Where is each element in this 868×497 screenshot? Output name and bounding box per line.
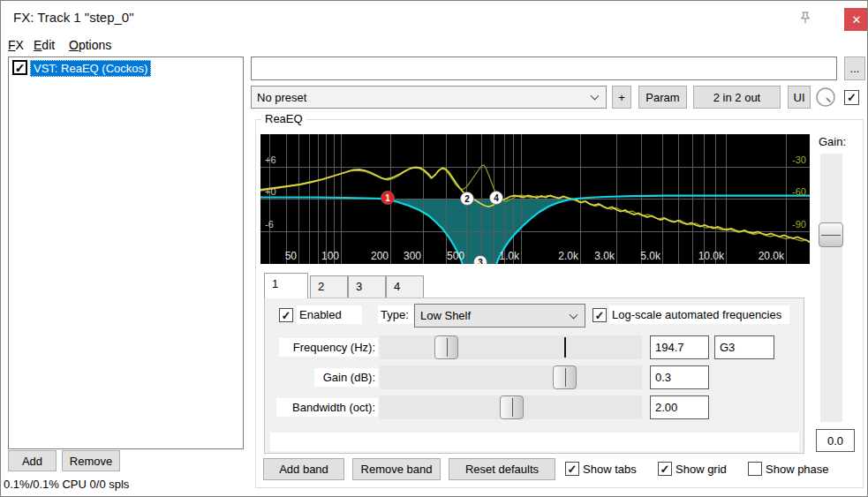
svg-text:3: 3 xyxy=(478,258,483,264)
close-button[interactable]: ✕ xyxy=(844,8,868,31)
fx-chain-window: FX: Track 1 "step_0" ✕ FX Edit Options ✓… xyxy=(0,0,868,497)
bandwidth-label: Bandwidth (oct): xyxy=(276,398,378,417)
bandwidth-value-input[interactable]: 2.00 xyxy=(650,395,709,419)
svg-text:200: 200 xyxy=(371,250,389,262)
save-preset-button[interactable]: + xyxy=(612,86,631,109)
fx-list[interactable]: ✓ VST: ReaEQ (Cockos) xyxy=(8,56,244,449)
fx-bypass-checkbox[interactable]: ✓ xyxy=(844,90,859,105)
frequency-default-tick xyxy=(564,337,566,358)
svg-text:300: 300 xyxy=(404,250,421,262)
chevron-down-icon xyxy=(570,310,578,319)
window-title: FX: Track 1 "step_0" xyxy=(13,10,134,25)
check-icon: ✓ xyxy=(282,310,291,321)
browse-button[interactable]: ... xyxy=(844,56,865,80)
tab-band-1[interactable]: 1 xyxy=(264,273,308,298)
svg-text:1: 1 xyxy=(385,193,390,203)
svg-text:100: 100 xyxy=(321,250,339,262)
groupbox-legend: ReaEQ xyxy=(261,112,306,125)
type-label: Type: xyxy=(378,305,413,324)
frequency-slider[interactable] xyxy=(380,335,642,359)
svg-text:1.0k: 1.0k xyxy=(499,250,520,262)
ui-toggle-button[interactable]: UI xyxy=(788,86,811,109)
svg-text:+0: +0 xyxy=(265,186,276,197)
menu-edit[interactable]: Edit xyxy=(34,38,55,52)
check-icon: ✓ xyxy=(660,463,670,475)
cpu-status-text: 0.1%/0.1% CPU 0/0 spls xyxy=(4,478,129,491)
menu-options[interactable]: Options xyxy=(69,38,111,52)
show-tabs-label: Show tabs xyxy=(583,463,637,476)
tab-band-4[interactable]: 4 xyxy=(386,275,424,298)
enabled-label: Enabled xyxy=(297,305,362,324)
svg-text:-6: -6 xyxy=(265,219,274,230)
preset-value: No preset xyxy=(257,91,306,104)
band-gain-value-input[interactable]: 0.3 xyxy=(650,365,709,389)
band-gain-label: Gain (dB): xyxy=(314,368,378,387)
show-phase-checkbox[interactable] xyxy=(748,462,762,476)
menu-fx-label: F xyxy=(8,38,16,52)
svg-text:10.0k: 10.0k xyxy=(698,250,725,262)
frequency-value-input[interactable]: 194.7 xyxy=(650,335,709,359)
filter-type-dropdown[interactable]: Low Shelf xyxy=(414,304,585,328)
log-scale-checkbox[interactable]: ✓ xyxy=(593,308,607,322)
remove-band-button[interactable]: Remove band xyxy=(352,458,441,480)
filter-type-value: Low Shelf xyxy=(420,309,471,322)
frequency-slider-thumb[interactable] xyxy=(434,335,458,359)
check-icon: ✓ xyxy=(568,463,577,475)
reaeq-groupbox: ReaEQ +6-30+0-60-6-90501002003005001.0k2… xyxy=(255,119,864,488)
io-routing-button[interactable]: 2 in 2 out xyxy=(693,86,781,109)
check-icon: ✓ xyxy=(15,62,26,74)
check-icon: ✓ xyxy=(847,92,857,103)
tab-band-2[interactable]: 2 xyxy=(310,275,348,298)
pin-icon[interactable] xyxy=(796,10,814,27)
svg-text:20.0k: 20.0k xyxy=(759,250,785,262)
add-fx-button[interactable]: Add xyxy=(8,450,57,471)
frequency-note-input[interactable]: G3 xyxy=(714,335,774,359)
reset-defaults-button[interactable]: Reset defaults xyxy=(449,458,555,480)
svg-text:+6: +6 xyxy=(265,154,276,165)
chevron-down-icon xyxy=(591,92,600,101)
svg-text:-30: -30 xyxy=(792,154,806,165)
fx-enabled-checkbox[interactable]: ✓ xyxy=(12,60,27,75)
show-grid-checkbox[interactable]: ✓ xyxy=(658,462,672,476)
output-gain-value[interactable]: 0.0 xyxy=(816,429,855,452)
output-gain-slider[interactable] xyxy=(820,154,842,422)
fx-list-item[interactable]: VST: ReaEQ (Cockos) xyxy=(30,60,151,77)
menu-fx[interactable]: FX xyxy=(8,38,24,52)
svg-text:50: 50 xyxy=(285,250,298,262)
fx-comment-input[interactable] xyxy=(251,56,837,80)
menu-edit-label: E xyxy=(34,38,42,52)
band-settings-panel: ✓ Enabled Type: Low Shelf ✓ Log-scale au… xyxy=(264,297,804,454)
eq-graph-svg[interactable]: +6-30+0-60-6-90501002003005001.0k2.0k3.0… xyxy=(260,134,810,264)
add-band-button[interactable]: Add band xyxy=(263,458,344,480)
check-icon: ✓ xyxy=(595,310,605,321)
bandwidth-slider-thumb[interactable] xyxy=(500,395,524,419)
wet-dry-knob[interactable] xyxy=(815,87,836,108)
svg-text:5.0k: 5.0k xyxy=(640,250,661,262)
close-icon: ✕ xyxy=(852,13,862,26)
frequency-label: Frequency (Hz): xyxy=(279,338,378,357)
svg-text:-90: -90 xyxy=(792,219,806,230)
svg-text:500: 500 xyxy=(447,250,464,262)
menu-options-label: O xyxy=(69,38,79,52)
band-gain-slider[interactable] xyxy=(380,365,642,389)
svg-text:4: 4 xyxy=(494,193,499,203)
show-grid-label: Show grid xyxy=(676,463,727,476)
svg-text:3.0k: 3.0k xyxy=(594,250,615,262)
band-enabled-checkbox[interactable]: ✓ xyxy=(279,308,293,322)
log-scale-label: Log-scale automated frequencies xyxy=(609,305,789,324)
tab-band-3[interactable]: 3 xyxy=(348,275,386,298)
band-gain-slider-thumb[interactable] xyxy=(553,365,577,389)
svg-text:2.0k: 2.0k xyxy=(558,250,579,262)
gain-label: Gain: xyxy=(819,135,846,148)
svg-text:2: 2 xyxy=(464,194,470,204)
show-tabs-checkbox[interactable]: ✓ xyxy=(565,462,579,476)
preset-dropdown[interactable]: No preset xyxy=(251,86,607,109)
remove-fx-button[interactable]: Remove xyxy=(62,450,120,471)
param-button[interactable]: Param xyxy=(638,86,687,109)
svg-text:-60: -60 xyxy=(792,186,806,197)
panel-bottom-strip xyxy=(270,433,799,451)
output-gain-slider-thumb[interactable] xyxy=(819,222,843,247)
bandwidth-slider[interactable] xyxy=(380,395,642,419)
show-phase-label: Show phase xyxy=(766,463,829,476)
